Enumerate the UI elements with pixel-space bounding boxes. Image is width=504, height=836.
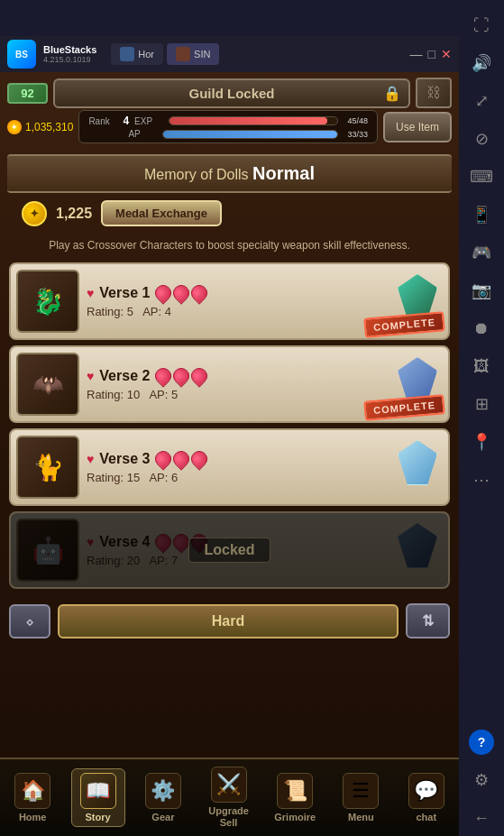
window-close[interactable]: ✕ [441, 47, 452, 61]
nav-story[interactable]: 📖 Story [71, 768, 125, 827]
exp-bar-fill [170, 117, 327, 124]
verse2-name-row: ♥ Verse 2 [87, 368, 390, 384]
tab-sin[interactable]: SIN [167, 43, 219, 65]
hud-row1: 92 Guild Locked 🔒 ⛓ [7, 78, 452, 108]
player-rank: 4 [123, 115, 129, 127]
verse2-rose-icons [155, 368, 207, 384]
verse1-name-row: ♥ Verse 1 [87, 285, 390, 301]
rose2-icon-1 [152, 364, 175, 387]
nav-chat-label: chat [417, 812, 437, 822]
right-sidebar: ⛶ 🔊 ⤢ ⊘ ⌨ 📱 🎮 📷 ⏺ 🖼 ⊞ 📍 ⋯ ? ⚙ ← [459, 0, 504, 836]
verse3-name-row: ♥ Verse 3 [87, 451, 390, 467]
gamepad-icon[interactable]: 🎮 [463, 234, 499, 271]
verse3-heart-icon: ♥ [87, 452, 94, 466]
slash-icon[interactable]: ⊘ [463, 121, 499, 157]
verse1-name: Verse 1 [99, 285, 150, 301]
medal-exchange-button[interactable]: Medal Exchange [101, 200, 222, 226]
app-name: BlueStacks [43, 44, 96, 55]
nav-grimoire-icon: 📜 [277, 773, 313, 809]
verse-card-1[interactable]: 🐉 ♥ Verse 1 Rating: 5 AP: 4 [9, 262, 450, 340]
nav-gear[interactable]: ⚙️ Gear [136, 769, 190, 826]
guild-status-button[interactable]: Guild Locked 🔒 [53, 78, 410, 108]
verse-card-2[interactable]: 🦇 ♥ Verse 2 Rating: 10 AP: 5 [9, 345, 450, 423]
next-button[interactable]: ⇅ [406, 603, 450, 638]
guild-status-label: Guild Locked [188, 86, 274, 101]
nav-menu[interactable]: ☰ Menu [334, 769, 388, 826]
ap-bar-wrap [162, 130, 338, 139]
help-badge[interactable]: ? [469, 730, 494, 755]
window-controls: — □ ✕ [410, 47, 452, 61]
camera-icon[interactable]: 📷 [463, 272, 499, 308]
exp-label: EXP [134, 116, 163, 126]
verse-card-3[interactable]: 🐈 ♥ Verse 3 Rating: 15 AP: 6 [9, 428, 450, 506]
verse2-stats: Rating: 10 AP: 5 [87, 388, 390, 401]
hard-button[interactable]: Hard [58, 604, 399, 638]
rose3-icon-2 [170, 447, 193, 470]
rank-label: Rank [88, 116, 117, 126]
expand-icon[interactable]: ⛶ [463, 7, 499, 43]
rank-row: Rank 4 EXP 45/48 [88, 115, 368, 127]
player-gold: 1,035,310 [25, 121, 73, 133]
more-icon[interactable]: ⋯ [463, 462, 499, 498]
window-minimize[interactable]: — [410, 47, 423, 61]
prev-arrow-icon: ⬦ [25, 613, 34, 629]
ap-bar-fill [163, 131, 337, 138]
fullscreen-icon[interactable]: ⤢ [463, 83, 499, 119]
verse1-character-image: 🐉 [16, 270, 79, 333]
verse-card-4[interactable]: 🤖 ♥ Verse 4 Rating: 20 AP: 7 [9, 511, 450, 589]
tab-hor-label: Hor [138, 49, 154, 60]
verses-container: 🐉 ♥ Verse 1 Rating: 5 AP: 4 [0, 262, 459, 589]
browser-tabs: Hor SIN [111, 43, 219, 65]
keyboard-icon[interactable]: ⌨ [463, 159, 499, 195]
gallery-icon[interactable]: 🖼 [463, 348, 499, 384]
nav-upgrade-label: UpgradeSell [208, 805, 249, 829]
verse2-info: ♥ Verse 2 Rating: 10 AP: 5 [87, 366, 390, 403]
medal-icon: ✦ [22, 201, 47, 226]
verse3-char-silhouette: 🐈 [18, 437, 78, 497]
nav-grimoire[interactable]: 📜 Grimoire [267, 769, 323, 826]
tab-sin-icon [176, 47, 190, 61]
prev-button[interactable]: ⬦ [9, 604, 50, 638]
location-icon[interactable]: 📍 [463, 424, 499, 460]
use-item-button[interactable]: Use Item [383, 112, 452, 142]
verse3-gem-shape [398, 440, 437, 485]
ap-bar-text: 33/33 [347, 130, 368, 139]
description-text: Play as Crossover Characters to boost sp… [0, 234, 459, 257]
window-maximize[interactable]: □ [428, 47, 435, 61]
nav-home[interactable]: 🏠 Home [5, 769, 60, 826]
volume-icon[interactable]: 🔊 [463, 45, 499, 81]
ap-row: AP 33/33 [88, 129, 368, 139]
nav-chat[interactable]: 💬 chat [399, 769, 454, 826]
difficulty-row: ⬦ Hard ⇅ [0, 596, 459, 646]
rose-icon-3 [188, 281, 211, 304]
mode-banner: Memory of Dolls Normal [7, 154, 452, 193]
layout-icon[interactable]: ⊞ [463, 386, 499, 422]
rank-exp-block: Rank 4 EXP 45/48 AP [78, 110, 378, 143]
top-hud: 92 Guild Locked 🔒 ⛓ ✦ 1,035,310 Rank [0, 72, 459, 151]
verse2-char-silhouette: 🦇 [18, 354, 78, 414]
tab-hor[interactable]: Hor [111, 43, 163, 65]
verse3-info: ♥ Verse 3 Rating: 15 AP: 6 [87, 449, 390, 486]
nav-story-label: Story [85, 812, 110, 822]
medal-row: ✦ 1,225 Medal Exchange [7, 197, 452, 230]
mobile-icon[interactable]: 📱 [463, 197, 499, 233]
mode-title-prefix: Memory of Dolls [144, 167, 249, 182]
nav-grimoire-label: Grimoire [274, 812, 316, 822]
rose2-icon-2 [170, 364, 193, 387]
verse3-stats: Rating: 15 AP: 6 [87, 471, 390, 484]
nav-upgrade-sell[interactable]: ⚔️ UpgradeSell [201, 763, 256, 832]
verse3-gem [398, 440, 443, 494]
ap-label2: AP [128, 129, 157, 139]
bluestacks-bar: BS BlueStacks 4.215.0.1019 Hor SIN — □ ✕ [0, 36, 459, 72]
help-icon[interactable]: ? [463, 724, 499, 760]
settings-icon[interactable]: ⚙ [463, 762, 499, 798]
nav-gear-label: Gear [151, 812, 174, 822]
verse2-character-image: 🦇 [16, 353, 79, 416]
nav-gear-icon: ⚙️ [145, 773, 181, 809]
mode-difficulty: Normal [252, 163, 315, 183]
record-icon[interactable]: ⏺ [463, 310, 499, 346]
rose3-icon-3 [188, 447, 211, 470]
app-version: 4.215.0.1019 [43, 55, 96, 64]
back-icon[interactable]: ← [463, 800, 499, 836]
tab-hor-icon [120, 47, 134, 61]
